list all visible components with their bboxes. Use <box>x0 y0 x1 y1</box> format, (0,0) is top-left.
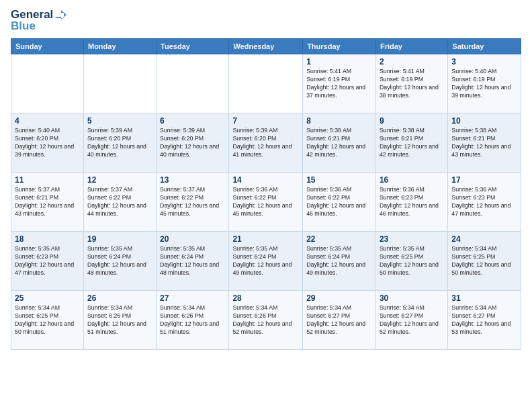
calendar-cell: 22Sunrise: 5:35 AM Sunset: 6:24 PM Dayli… <box>303 232 376 291</box>
logo: General Blue <box>11 8 66 33</box>
day-number: 3 <box>451 57 517 66</box>
day-number: 8 <box>306 116 372 126</box>
calendar-cell <box>11 54 84 113</box>
calendar-cell: 24Sunrise: 5:34 AM Sunset: 6:25 PM Dayli… <box>448 232 521 291</box>
day-number: 29 <box>306 293 372 303</box>
calendar-week-row: 4Sunrise: 5:40 AM Sunset: 6:20 PM Daylig… <box>11 113 521 173</box>
cell-content: Sunrise: 5:38 AM Sunset: 6:21 PM Dayligh… <box>451 127 517 159</box>
calendar-header-row: SundayMondayTuesdayWednesdayThursdayFrid… <box>11 39 521 54</box>
day-number: 9 <box>380 116 444 126</box>
cell-content: Sunrise: 5:35 AM Sunset: 6:24 PM Dayligh… <box>306 245 372 277</box>
calendar-cell: 10Sunrise: 5:38 AM Sunset: 6:21 PM Dayli… <box>448 113 521 173</box>
cell-content: Sunrise: 5:38 AM Sunset: 6:21 PM Dayligh… <box>380 127 444 159</box>
cell-content: Sunrise: 5:34 AM Sunset: 6:25 PM Dayligh… <box>15 304 80 336</box>
calendar-cell <box>83 54 156 113</box>
day-number: 30 <box>380 293 444 303</box>
day-number: 2 <box>380 57 444 66</box>
day-number: 25 <box>15 293 80 303</box>
cell-content: Sunrise: 5:40 AM Sunset: 6:20 PM Dayligh… <box>15 127 80 159</box>
calendar-cell: 18Sunrise: 5:35 AM Sunset: 6:23 PM Dayli… <box>11 232 84 291</box>
calendar-cell: 11Sunrise: 5:37 AM Sunset: 6:21 PM Dayli… <box>11 173 84 232</box>
calendar-cell: 9Sunrise: 5:38 AM Sunset: 6:21 PM Daylig… <box>375 113 447 173</box>
cell-content: Sunrise: 5:39 AM Sunset: 6:20 PM Dayligh… <box>232 127 299 159</box>
calendar-cell: 20Sunrise: 5:35 AM Sunset: 6:24 PM Dayli… <box>157 232 229 291</box>
calendar-cell: 5Sunrise: 5:39 AM Sunset: 6:20 PM Daylig… <box>83 113 156 173</box>
calendar-cell <box>157 54 229 113</box>
cell-content: Sunrise: 5:41 AM Sunset: 6:19 PM Dayligh… <box>380 68 444 100</box>
day-number: 14 <box>232 175 299 185</box>
weekday-header: Monday <box>83 39 156 54</box>
day-number: 26 <box>87 293 152 303</box>
day-number: 20 <box>160 234 225 244</box>
day-number: 24 <box>451 234 517 244</box>
cell-content: Sunrise: 5:39 AM Sunset: 6:20 PM Dayligh… <box>87 127 152 159</box>
day-number: 17 <box>451 175 517 185</box>
weekday-header: Wednesday <box>229 39 303 54</box>
calendar-cell: 21Sunrise: 5:35 AM Sunset: 6:24 PM Dayli… <box>229 232 303 291</box>
cell-content: Sunrise: 5:34 AM Sunset: 6:25 PM Dayligh… <box>451 245 517 277</box>
weekday-header: Thursday <box>303 39 376 54</box>
calendar-cell: 25Sunrise: 5:34 AM Sunset: 6:25 PM Dayli… <box>11 291 84 350</box>
day-number: 23 <box>380 234 444 244</box>
cell-content: Sunrise: 5:39 AM Sunset: 6:20 PM Dayligh… <box>160 127 225 159</box>
calendar-cell: 2Sunrise: 5:41 AM Sunset: 6:19 PM Daylig… <box>375 54 447 113</box>
calendar-cell: 13Sunrise: 5:37 AM Sunset: 6:22 PM Dayli… <box>157 173 229 232</box>
cell-content: Sunrise: 5:40 AM Sunset: 6:19 PM Dayligh… <box>451 68 517 100</box>
calendar-week-row: 25Sunrise: 5:34 AM Sunset: 6:25 PM Dayli… <box>11 291 521 350</box>
calendar-cell: 14Sunrise: 5:36 AM Sunset: 6:22 PM Dayli… <box>229 173 303 232</box>
cell-content: Sunrise: 5:37 AM Sunset: 6:22 PM Dayligh… <box>160 186 225 218</box>
calendar-cell: 23Sunrise: 5:35 AM Sunset: 6:25 PM Dayli… <box>375 232 447 291</box>
logo-arrow-icon <box>54 9 66 21</box>
cell-content: Sunrise: 5:37 AM Sunset: 6:22 PM Dayligh… <box>87 186 152 218</box>
cell-content: Sunrise: 5:35 AM Sunset: 6:23 PM Dayligh… <box>15 245 80 277</box>
cell-content: Sunrise: 5:35 AM Sunset: 6:25 PM Dayligh… <box>380 245 444 277</box>
cell-content: Sunrise: 5:34 AM Sunset: 6:26 PM Dayligh… <box>87 304 152 336</box>
day-number: 7 <box>232 116 299 126</box>
calendar-cell: 7Sunrise: 5:39 AM Sunset: 6:20 PM Daylig… <box>229 113 303 173</box>
cell-content: Sunrise: 5:41 AM Sunset: 6:19 PM Dayligh… <box>306 68 372 100</box>
day-number: 21 <box>232 234 299 244</box>
weekday-header: Friday <box>375 39 447 54</box>
day-number: 27 <box>160 293 225 303</box>
day-number: 13 <box>160 175 225 185</box>
day-number: 31 <box>451 293 517 303</box>
calendar-cell: 3Sunrise: 5:40 AM Sunset: 6:19 PM Daylig… <box>448 54 521 113</box>
cell-content: Sunrise: 5:36 AM Sunset: 6:22 PM Dayligh… <box>232 186 299 218</box>
svg-marker-0 <box>54 10 66 19</box>
cell-content: Sunrise: 5:34 AM Sunset: 6:27 PM Dayligh… <box>380 304 444 336</box>
cell-content: Sunrise: 5:34 AM Sunset: 6:27 PM Dayligh… <box>451 304 517 336</box>
cell-content: Sunrise: 5:36 AM Sunset: 6:22 PM Dayligh… <box>306 186 372 218</box>
day-number: 18 <box>15 234 80 244</box>
calendar-cell: 6Sunrise: 5:39 AM Sunset: 6:20 PM Daylig… <box>157 113 229 173</box>
cell-content: Sunrise: 5:34 AM Sunset: 6:27 PM Dayligh… <box>306 304 372 336</box>
cell-content: Sunrise: 5:37 AM Sunset: 6:21 PM Dayligh… <box>15 186 80 218</box>
calendar-cell: 30Sunrise: 5:34 AM Sunset: 6:27 PM Dayli… <box>375 291 447 350</box>
calendar-cell <box>229 54 303 113</box>
cell-content: Sunrise: 5:36 AM Sunset: 6:23 PM Dayligh… <box>380 186 444 218</box>
calendar-cell: 26Sunrise: 5:34 AM Sunset: 6:26 PM Dayli… <box>83 291 156 350</box>
calendar-cell: 12Sunrise: 5:37 AM Sunset: 6:22 PM Dayli… <box>83 173 156 232</box>
calendar-cell: 15Sunrise: 5:36 AM Sunset: 6:22 PM Dayli… <box>303 173 376 232</box>
day-number: 15 <box>306 175 372 185</box>
calendar-cell: 1Sunrise: 5:41 AM Sunset: 6:19 PM Daylig… <box>303 54 376 113</box>
calendar-cell: 16Sunrise: 5:36 AM Sunset: 6:23 PM Dayli… <box>375 173 447 232</box>
cell-content: Sunrise: 5:35 AM Sunset: 6:24 PM Dayligh… <box>232 245 299 277</box>
day-number: 10 <box>451 116 517 126</box>
calendar-week-row: 11Sunrise: 5:37 AM Sunset: 6:21 PM Dayli… <box>11 173 521 232</box>
day-number: 4 <box>15 116 80 126</box>
weekday-header: Tuesday <box>157 39 229 54</box>
header: General Blue <box>11 8 521 33</box>
day-number: 5 <box>87 116 152 126</box>
day-number: 28 <box>232 293 299 303</box>
day-number: 6 <box>160 116 225 126</box>
calendar-week-row: 1Sunrise: 5:41 AM Sunset: 6:19 PM Daylig… <box>11 54 521 113</box>
cell-content: Sunrise: 5:35 AM Sunset: 6:24 PM Dayligh… <box>87 245 152 277</box>
calendar-cell: 27Sunrise: 5:34 AM Sunset: 6:26 PM Dayli… <box>157 291 229 350</box>
page: General Blue SundayMondayTuesdayWednesda… <box>0 0 532 411</box>
calendar-cell: 4Sunrise: 5:40 AM Sunset: 6:20 PM Daylig… <box>11 113 84 173</box>
cell-content: Sunrise: 5:34 AM Sunset: 6:26 PM Dayligh… <box>160 304 225 336</box>
calendar-week-row: 18Sunrise: 5:35 AM Sunset: 6:23 PM Dayli… <box>11 232 521 291</box>
calendar-cell: 31Sunrise: 5:34 AM Sunset: 6:27 PM Dayli… <box>448 291 521 350</box>
calendar-cell: 28Sunrise: 5:34 AM Sunset: 6:26 PM Dayli… <box>229 291 303 350</box>
cell-content: Sunrise: 5:34 AM Sunset: 6:26 PM Dayligh… <box>232 304 299 336</box>
